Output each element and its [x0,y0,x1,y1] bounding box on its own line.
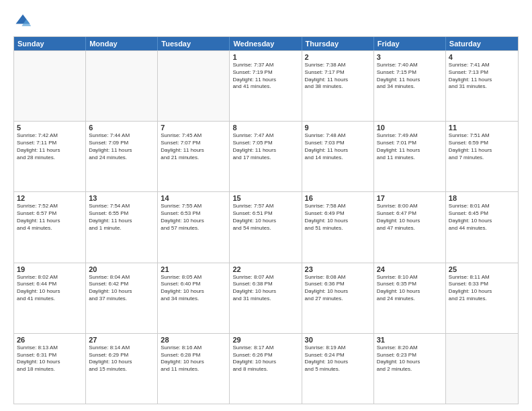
day-info: Sunrise: 7:48 AM Sunset: 7:03 PM Dayligh… [305,132,371,161]
day-info: Sunrise: 8:17 AM Sunset: 6:26 PM Dayligh… [232,345,298,373]
day-info: Sunrise: 7:47 AM Sunset: 7:05 PM Dayligh… [232,132,298,161]
day-cell-12: 12Sunrise: 7:52 AM Sunset: 6:57 PM Dayli… [14,192,86,262]
day-info: Sunrise: 8:04 AM Sunset: 6:42 PM Dayligh… [89,274,154,303]
day-number: 25 [449,265,515,273]
day-number: 9 [305,124,371,132]
day-info: Sunrise: 8:08 AM Sunset: 6:36 PM Dayligh… [305,274,371,303]
day-info: Sunrise: 7:51 AM Sunset: 6:59 PM Dayligh… [449,132,515,161]
day-cell-empty-0-0 [14,51,86,121]
day-cell-24: 24Sunrise: 8:10 AM Sunset: 6:35 PM Dayli… [374,263,446,333]
day-number: 13 [89,194,154,202]
day-info: Sunrise: 8:14 AM Sunset: 6:29 PM Dayligh… [89,345,154,373]
calendar-row-2: 12Sunrise: 7:52 AM Sunset: 6:57 PM Dayli… [14,191,518,262]
day-info: Sunrise: 7:41 AM Sunset: 7:13 PM Dayligh… [449,62,515,91]
day-info: Sunrise: 7:57 AM Sunset: 6:51 PM Dayligh… [232,203,298,232]
day-number: 8 [232,124,298,132]
day-cell-empty-0-2 [158,51,230,121]
day-info: Sunrise: 8:16 AM Sunset: 6:28 PM Dayligh… [161,345,226,373]
day-cell-17: 17Sunrise: 8:00 AM Sunset: 6:47 PM Dayli… [374,192,446,262]
day-number: 18 [449,194,515,202]
day-cell-1: 1Sunrise: 7:37 AM Sunset: 7:19 PM Daylig… [230,51,302,121]
day-number: 1 [232,53,298,61]
page: SundayMondayTuesdayWednesdayThursdayFrid… [0,0,532,411]
day-cell-19: 19Sunrise: 8:02 AM Sunset: 6:44 PM Dayli… [14,263,86,333]
day-cell-31: 31Sunrise: 8:20 AM Sunset: 6:23 PM Dayli… [374,334,446,404]
day-number: 16 [305,194,371,202]
day-number: 2 [305,53,371,61]
day-cell-30: 30Sunrise: 8:19 AM Sunset: 6:24 PM Dayli… [302,334,374,404]
logo-icon [13,12,32,31]
logo [13,12,35,31]
day-cell-27: 27Sunrise: 8:14 AM Sunset: 6:29 PM Dayli… [86,334,158,404]
day-number: 31 [377,336,443,344]
day-info: Sunrise: 8:00 AM Sunset: 6:47 PM Dayligh… [377,203,443,232]
calendar-body: 1Sunrise: 7:37 AM Sunset: 7:19 PM Daylig… [14,50,518,404]
calendar-row-4: 26Sunrise: 8:13 AM Sunset: 6:31 PM Dayli… [14,333,518,404]
day-info: Sunrise: 8:13 AM Sunset: 6:31 PM Dayligh… [17,345,83,373]
day-number: 11 [449,124,515,132]
day-number: 21 [161,265,226,273]
day-cell-empty-4-6 [446,334,518,404]
day-cell-empty-0-1 [86,51,158,121]
day-cell-23: 23Sunrise: 8:08 AM Sunset: 6:36 PM Dayli… [302,263,374,333]
day-info: Sunrise: 7:58 AM Sunset: 6:49 PM Dayligh… [305,203,371,232]
day-number: 19 [17,265,83,273]
calendar: SundayMondayTuesdayWednesdayThursdayFrid… [13,36,519,404]
day-number: 12 [17,194,83,202]
day-cell-26: 26Sunrise: 8:13 AM Sunset: 6:31 PM Dayli… [14,334,86,404]
calendar-header: SundayMondayTuesdayWednesdayThursdayFrid… [14,37,518,50]
day-info: Sunrise: 8:19 AM Sunset: 6:24 PM Dayligh… [305,345,371,373]
day-number: 10 [377,124,443,132]
day-cell-15: 15Sunrise: 7:57 AM Sunset: 6:51 PM Dayli… [230,192,302,262]
day-info: Sunrise: 8:20 AM Sunset: 6:23 PM Dayligh… [377,345,443,373]
day-info: Sunrise: 8:02 AM Sunset: 6:44 PM Dayligh… [17,274,83,303]
day-info: Sunrise: 7:45 AM Sunset: 7:07 PM Dayligh… [161,132,226,161]
day-info: Sunrise: 7:52 AM Sunset: 6:57 PM Dayligh… [17,203,83,232]
day-cell-2: 2Sunrise: 7:38 AM Sunset: 7:17 PM Daylig… [302,51,374,121]
day-info: Sunrise: 7:49 AM Sunset: 7:01 PM Dayligh… [377,132,443,161]
day-cell-16: 16Sunrise: 7:58 AM Sunset: 6:49 PM Dayli… [302,192,374,262]
day-cell-6: 6Sunrise: 7:44 AM Sunset: 7:09 PM Daylig… [86,122,158,191]
day-cell-11: 11Sunrise: 7:51 AM Sunset: 6:59 PM Dayli… [446,122,518,191]
day-number: 3 [377,53,443,61]
calendar-row-0: 1Sunrise: 7:37 AM Sunset: 7:19 PM Daylig… [14,50,518,121]
day-cell-3: 3Sunrise: 7:40 AM Sunset: 7:15 PM Daylig… [374,51,446,121]
day-number: 22 [232,265,298,273]
day-info: Sunrise: 8:10 AM Sunset: 6:35 PM Dayligh… [377,274,443,303]
day-info: Sunrise: 7:44 AM Sunset: 7:09 PM Dayligh… [89,132,154,161]
day-cell-25: 25Sunrise: 8:11 AM Sunset: 6:33 PM Dayli… [446,263,518,333]
day-number: 27 [89,336,154,344]
day-cell-20: 20Sunrise: 8:04 AM Sunset: 6:42 PM Dayli… [86,263,158,333]
day-number: 20 [89,265,154,273]
day-cell-7: 7Sunrise: 7:45 AM Sunset: 7:07 PM Daylig… [158,122,230,191]
weekday-header-wednesday: Wednesday [230,37,302,50]
day-number: 5 [17,124,83,132]
day-cell-4: 4Sunrise: 7:41 AM Sunset: 7:13 PM Daylig… [446,51,518,121]
weekday-header-friday: Friday [374,37,446,50]
calendar-row-1: 5Sunrise: 7:42 AM Sunset: 7:11 PM Daylig… [14,121,518,191]
day-info: Sunrise: 8:11 AM Sunset: 6:33 PM Dayligh… [449,274,515,303]
day-cell-10: 10Sunrise: 7:49 AM Sunset: 7:01 PM Dayli… [374,122,446,191]
day-info: Sunrise: 8:01 AM Sunset: 6:45 PM Dayligh… [449,203,515,232]
day-info: Sunrise: 8:07 AM Sunset: 6:38 PM Dayligh… [232,274,298,303]
day-cell-21: 21Sunrise: 8:05 AM Sunset: 6:40 PM Dayli… [158,263,230,333]
day-number: 14 [161,194,226,202]
day-info: Sunrise: 7:55 AM Sunset: 6:53 PM Dayligh… [161,203,226,232]
weekday-header-thursday: Thursday [302,37,374,50]
day-number: 7 [161,124,226,132]
day-number: 28 [161,336,226,344]
day-number: 6 [89,124,154,132]
day-number: 17 [377,194,443,202]
day-cell-9: 9Sunrise: 7:48 AM Sunset: 7:03 PM Daylig… [302,122,374,191]
day-cell-14: 14Sunrise: 7:55 AM Sunset: 6:53 PM Dayli… [158,192,230,262]
day-cell-13: 13Sunrise: 7:54 AM Sunset: 6:55 PM Dayli… [86,192,158,262]
weekday-header-sunday: Sunday [14,37,86,50]
weekday-header-saturday: Saturday [446,37,518,50]
day-cell-22: 22Sunrise: 8:07 AM Sunset: 6:38 PM Dayli… [230,263,302,333]
day-number: 30 [305,336,371,344]
day-info: Sunrise: 8:05 AM Sunset: 6:40 PM Dayligh… [161,274,226,303]
day-number: 26 [17,336,83,344]
day-cell-28: 28Sunrise: 8:16 AM Sunset: 6:28 PM Dayli… [158,334,230,404]
day-cell-8: 8Sunrise: 7:47 AM Sunset: 7:05 PM Daylig… [230,122,302,191]
day-number: 4 [449,53,515,61]
